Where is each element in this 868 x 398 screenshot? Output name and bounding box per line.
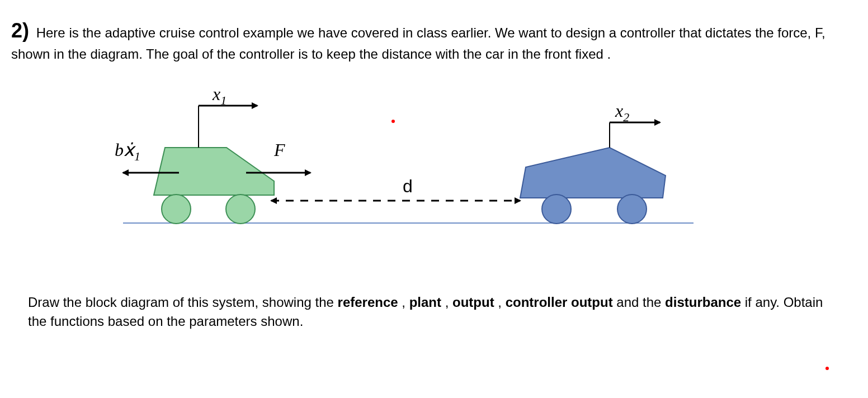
svg-marker-0 <box>154 148 274 195</box>
intro-bold: to keep the distance with the car in the… <box>312 46 603 61</box>
svg-point-1 <box>162 195 191 224</box>
instr-disturb: disturbance <box>665 295 741 310</box>
x1-label: x1 <box>212 86 227 107</box>
problem-page: 2) Here is the adaptive cruise control e… <box>0 0 868 398</box>
instr-sep2: , <box>445 295 452 310</box>
svg-point-10 <box>617 195 647 224</box>
car-1 <box>154 148 274 224</box>
red-dot-icon-2 <box>825 367 829 370</box>
instr-output: output <box>452 295 494 310</box>
instr-reference: reference <box>338 295 398 310</box>
x2-label: x2 <box>615 101 629 124</box>
instr-a: Draw the block diagram of this system, s… <box>28 295 338 310</box>
instr-b: and the <box>616 295 665 310</box>
svg-marker-8 <box>520 148 666 198</box>
distance-label: d <box>403 176 413 196</box>
red-dot-icon <box>391 120 395 123</box>
instr-sep1: , <box>402 295 409 310</box>
instr-sep3: , <box>498 295 505 310</box>
instr-ctrlout: controller output <box>506 295 613 310</box>
force-label: F <box>273 140 285 160</box>
car-2 <box>520 148 666 224</box>
instr-plant: plant <box>409 295 441 310</box>
svg-point-9 <box>542 195 571 224</box>
svg-point-2 <box>226 195 255 224</box>
x2-arrow <box>610 122 660 148</box>
cruise-control-diagram: x1 bẋ1 F d <box>11 86 857 254</box>
instructions-text: Draw the block diagram of this system, s… <box>28 293 823 330</box>
question-number: 2) <box>11 17 29 45</box>
x1-arrow <box>199 106 257 148</box>
problem-statement: 2) Here is the adaptive cruise control e… <box>11 17 857 64</box>
diagram-svg: x1 bẋ1 F d <box>101 86 716 254</box>
drag-label: bẋ1 <box>115 140 140 163</box>
intro-end: . <box>607 46 611 61</box>
